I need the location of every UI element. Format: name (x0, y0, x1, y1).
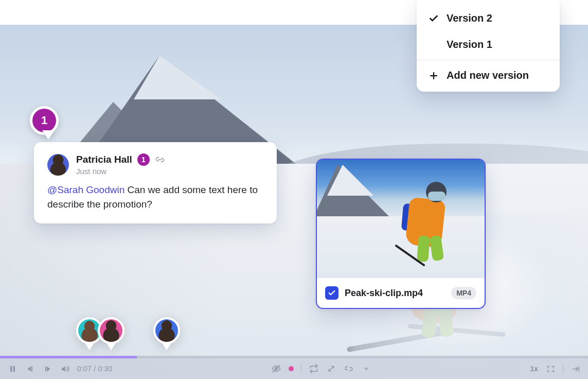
frame-back-button[interactable] (25, 364, 35, 374)
check-icon (428, 13, 439, 24)
svg-line-9 (329, 366, 333, 371)
svg-rect-0 (10, 366, 12, 371)
comment-author-avatar[interactable] (47, 154, 69, 176)
comment-link-icon[interactable] (155, 154, 165, 165)
timecode: 0:07 / 0:30 (77, 365, 112, 373)
comment-body: @Sarah Goodwin Can we add some text here… (47, 183, 263, 211)
comment-author-name: Patricia Hall (76, 154, 132, 165)
svg-rect-5 (45, 366, 46, 371)
svg-marker-6 (62, 366, 65, 371)
player-controls: 0:07 / 0:30 1x (0, 358, 588, 379)
loop-button[interactable] (309, 364, 319, 374)
compare-button[interactable] (344, 364, 354, 374)
open-sidebar-button[interactable] (571, 364, 581, 374)
version-label: Version 1 (447, 39, 492, 50)
version-menu-item[interactable]: Version 2 (417, 5, 560, 31)
version-label: Version 2 (447, 12, 492, 24)
comment-number-badge: 1 (137, 153, 150, 166)
fullscreen-button[interactable] (545, 364, 556, 374)
attachment-checkbox[interactable] (325, 286, 338, 300)
visibility-toggle-button[interactable] (271, 364, 281, 374)
attachment-card[interactable]: Peak-ski-clip.mp4 MP4 (316, 159, 486, 309)
comment-pin-tail (42, 130, 55, 140)
playback-speed-button[interactable]: 1x (530, 365, 538, 373)
add-version-label: Add new version (447, 70, 529, 81)
attachment-thumbnail[interactable] (317, 160, 485, 278)
comment-pin-number: 1 (41, 114, 47, 127)
attachment-format-tag: MP4 (451, 287, 476, 299)
bg-mountain (134, 56, 221, 99)
add-version-button[interactable]: Add new version (417, 62, 560, 89)
svg-marker-2 (27, 366, 30, 371)
volume-button[interactable] (60, 364, 70, 374)
expand-button[interactable] (326, 364, 336, 374)
pause-button[interactable] (7, 364, 17, 374)
comment-card[interactable]: Patricia Hall 1 Just now @Sarah Goodwin … (34, 142, 277, 223)
svg-rect-1 (13, 366, 14, 371)
frame-forward-button[interactable] (42, 364, 52, 374)
comment-timestamp: Just now (76, 167, 165, 176)
svg-rect-3 (31, 366, 32, 371)
comment-mention[interactable]: @Sarah Goodwin (47, 184, 124, 195)
version-menu[interactable]: Version 2 Version 1 Add new version (417, 0, 560, 92)
plus-icon (428, 71, 439, 80)
version-menu-item[interactable]: Version 1 (417, 31, 560, 58)
presence-pin[interactable] (153, 317, 180, 349)
presence-pin[interactable] (98, 317, 124, 349)
avatar-icon (153, 317, 180, 344)
avatar-icon (98, 317, 124, 344)
menu-separator (417, 60, 560, 60)
more-menu-button[interactable] (361, 364, 371, 374)
marker-dot-icon[interactable] (289, 366, 294, 371)
attachment-filename: Peak-ski-clip.mp4 (345, 288, 445, 299)
svg-marker-4 (47, 366, 50, 371)
